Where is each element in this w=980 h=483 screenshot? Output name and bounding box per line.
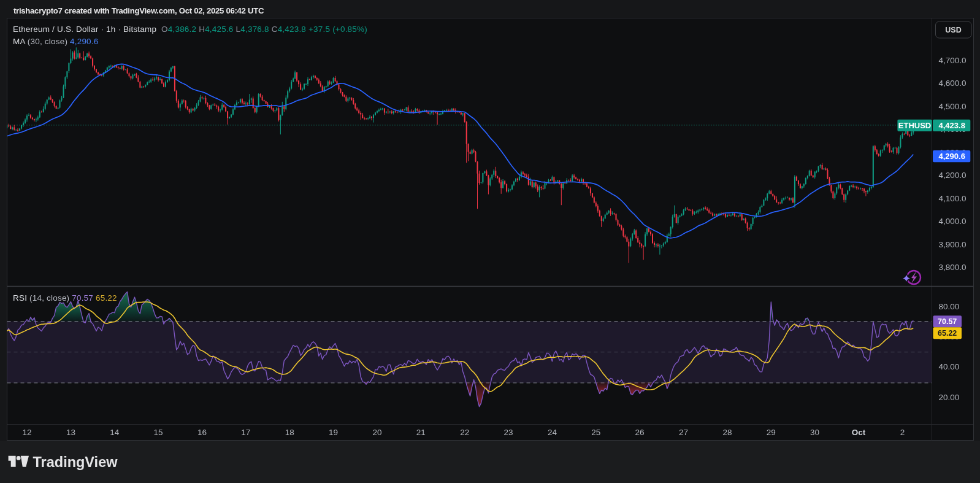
svg-text:15: 15 xyxy=(154,428,163,437)
svg-text:20.00: 20.00 xyxy=(939,393,960,402)
svg-text:2: 2 xyxy=(900,428,905,437)
svg-text:4,000.0: 4,000.0 xyxy=(939,217,967,226)
svg-text:21: 21 xyxy=(416,428,426,437)
svg-text:20: 20 xyxy=(372,428,381,437)
svg-text:14: 14 xyxy=(110,428,120,437)
svg-text:4,700.0: 4,700.0 xyxy=(939,56,967,65)
svg-text:4,423.8: 4,423.8 xyxy=(939,121,965,130)
svg-text:27: 27 xyxy=(679,428,688,437)
svg-text:13: 13 xyxy=(66,428,75,437)
svg-text:4,100.0: 4,100.0 xyxy=(939,194,967,203)
svg-text:16: 16 xyxy=(197,428,207,437)
svg-text:25: 25 xyxy=(591,428,600,437)
svg-text:65.22: 65.22 xyxy=(938,329,957,338)
svg-text:4,290.6: 4,290.6 xyxy=(939,152,965,161)
svg-text:3,900.0: 3,900.0 xyxy=(939,240,967,249)
svg-text:12: 12 xyxy=(22,428,31,437)
svg-text:ETHUSD: ETHUSD xyxy=(898,121,931,130)
svg-text:29: 29 xyxy=(767,428,776,437)
svg-text:TradingView: TradingView xyxy=(33,454,118,470)
svg-text:17: 17 xyxy=(241,428,250,437)
svg-text:MA (30, close) 4,290.6: MA (30, close) 4,290.6 xyxy=(13,37,99,46)
svg-text:40.00: 40.00 xyxy=(939,362,960,371)
svg-text:trishacrypto7 created with Tra: trishacrypto7 created with TradingView.c… xyxy=(13,6,264,15)
svg-text:28: 28 xyxy=(722,428,732,437)
svg-text:24: 24 xyxy=(548,428,557,437)
svg-text:70.57: 70.57 xyxy=(938,317,957,326)
svg-text:30: 30 xyxy=(810,428,819,437)
svg-text:Ethereum / U.S. Dollar · 1h ·: Ethereum / U.S. Dollar · 1h · Bitstamp O… xyxy=(13,25,367,34)
svg-text:18: 18 xyxy=(285,428,294,437)
svg-text:4,200.0: 4,200.0 xyxy=(939,171,967,180)
svg-text:23: 23 xyxy=(503,428,513,437)
svg-text:USD: USD xyxy=(945,26,961,34)
svg-text:4,600.0: 4,600.0 xyxy=(939,79,967,88)
svg-text:3,800.0: 3,800.0 xyxy=(939,263,967,272)
svg-text:RSI (14, close) 70.57 65.22: RSI (14, close) 70.57 65.22 xyxy=(13,293,117,303)
svg-text:22: 22 xyxy=(460,428,469,437)
svg-text:80.00: 80.00 xyxy=(939,302,960,311)
svg-text:19: 19 xyxy=(329,428,338,437)
svg-text:4,500.0: 4,500.0 xyxy=(939,102,967,111)
svg-text:26: 26 xyxy=(635,428,645,437)
svg-text:Oct: Oct xyxy=(852,428,866,437)
